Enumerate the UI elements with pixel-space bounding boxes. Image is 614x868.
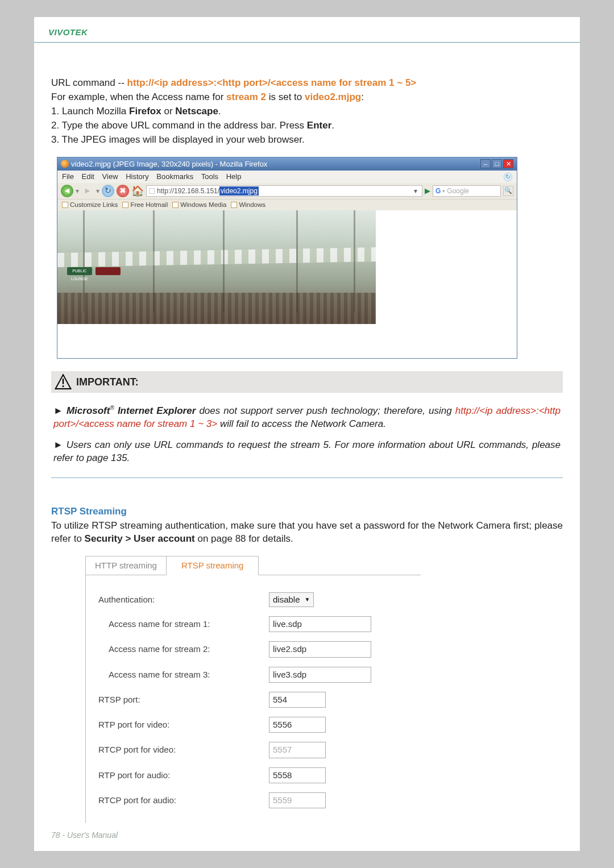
label-rtp-video: RTP port for video: <box>98 719 269 730</box>
bookmark-free-hotmail[interactable]: Free Hotmail <box>122 201 168 210</box>
n1-ms: Microsoft <box>67 405 110 416</box>
s1-b1: Firefox <box>129 106 161 117</box>
reload-button[interactable]: ↻ <box>102 185 114 197</box>
page-footer: 78 - User's Manual <box>51 830 118 840</box>
s2-pre: 2. Type the above URL command in the add… <box>51 120 307 131</box>
url-command-line: URL command -- http://<ip address>:<http… <box>51 77 563 90</box>
nav-toolbar: ◄ ▾ ► ▾ ↻ ✖ 🏠 http://192.168.5.151/video… <box>57 183 517 199</box>
label-rtcp-audio: RTCP port for audio: <box>98 795 269 806</box>
rtsp-desc-bold: Security > User account <box>85 533 195 544</box>
input-access-stream-3[interactable]: live3.sdp <box>269 667 371 683</box>
google-icon: G <box>435 186 441 196</box>
rtsp-desc-post: on page 88 for details. <box>195 533 293 544</box>
window-title: video2.mjpg (JPEG Image, 320x240 pixels)… <box>71 159 267 169</box>
back-button[interactable]: ◄ <box>61 185 73 197</box>
label-access-stream-3: Access name for stream 3: <box>98 669 269 680</box>
url-prefix: URL command -- <box>51 77 127 88</box>
input-rtsp-port[interactable]: 554 <box>269 692 326 708</box>
maximize-button[interactable]: □ <box>492 159 502 168</box>
s1-b2: Netscape <box>175 106 218 117</box>
bm-label-1: Free Hotmail <box>130 201 168 210</box>
firefox-window: video2.mjpg (JPEG Image, 320x240 pixels)… <box>57 157 517 359</box>
bm-label-0: Customize Links <box>70 201 118 210</box>
forward-dropdown[interactable]: ▾ <box>96 186 99 196</box>
warning-icon <box>55 373 72 391</box>
forward-button[interactable]: ► <box>81 185 94 197</box>
menu-help[interactable]: Help <box>226 172 242 181</box>
page-content: URL command -- http://<ip address>:<http… <box>34 43 580 840</box>
bookmarks-toolbar: Customize Links Free Hotmail Windows Med… <box>57 199 517 211</box>
label-rtp-audio: RTP port for audio: <box>98 770 269 781</box>
label-rtcp-video: RTCP port for video: <box>98 744 269 755</box>
menu-tools[interactable]: Tools <box>201 172 218 181</box>
s2-b: Enter <box>307 120 331 131</box>
window-titlebar[interactable]: video2.mjpg (JPEG Image, 320x240 pixels)… <box>57 157 517 171</box>
ex-mid: is set to <box>266 92 305 102</box>
menu-view[interactable]: View <box>102 172 118 181</box>
menu-bar: File Edit View History Bookmarks Tools H… <box>57 171 517 183</box>
step-3: 3. The JPEG images will be displayed in … <box>51 134 563 147</box>
s1-pre: 1. Launch Mozilla <box>51 106 129 117</box>
sign-label-2 <box>96 267 121 275</box>
n1-reg: ® <box>110 405 114 411</box>
home-button[interactable]: 🏠 <box>131 185 144 197</box>
ex-pre: For example, when the Access name for <box>51 92 226 102</box>
search-go-icon[interactable]: 🔍 <box>503 186 513 196</box>
bookmark-icon <box>62 202 68 208</box>
s1-or: or <box>161 106 176 117</box>
n1-post: will fail to access the Network Camera. <box>217 418 386 429</box>
input-access-stream-1[interactable]: live.sdp <box>269 616 371 632</box>
page-favicon-icon <box>149 188 155 194</box>
select-authentication[interactable]: disable ▼ <box>269 592 314 607</box>
example-line: For example, when the Access name for st… <box>51 91 563 104</box>
brand-label: VIVOTEK <box>48 27 88 37</box>
bm-label-3: Windows <box>239 201 265 210</box>
back-dropdown[interactable]: ▾ <box>76 186 79 196</box>
url-pattern: http://<ip address>:<http port>/<access … <box>127 77 417 88</box>
s2-post: . <box>331 120 334 131</box>
menu-edit[interactable]: Edit <box>82 172 94 181</box>
important-header: IMPORTANT: <box>51 371 563 393</box>
bookmark-windows-media[interactable]: Windows Media <box>172 201 226 210</box>
chevron-down-icon: ▼ <box>305 596 310 604</box>
input-rtcp-audio[interactable]: 5559 <box>269 792 326 808</box>
close-button[interactable]: ✕ <box>503 159 513 168</box>
go-button[interactable]: ▶ <box>425 186 430 196</box>
label-rtsp-port: RTSP port: <box>98 694 269 705</box>
n1-mid: does not support server push technology;… <box>196 405 455 416</box>
activity-indicator-icon: ↻ <box>504 173 512 181</box>
bm-label-2: Windows Media <box>180 201 226 210</box>
n1-arrow: ► <box>53 405 67 416</box>
menu-history[interactable]: History <box>126 172 148 181</box>
input-rtcp-video[interactable]: 5557 <box>269 742 326 758</box>
sign-label-1: PUBLIC LOUNGE <box>67 267 92 275</box>
ex-name: video2.mjpg <box>305 92 361 102</box>
input-rtp-audio[interactable]: 5558 <box>269 767 326 783</box>
bookmark-icon <box>172 202 179 208</box>
s1-post: . <box>218 106 221 117</box>
tab-panel-body: Authentication: disable ▼ Access name fo… <box>85 575 421 823</box>
bookmark-windows[interactable]: Windows <box>231 201 265 210</box>
input-access-stream-2[interactable]: live2.sdp <box>269 641 371 657</box>
important-body: ► Microsoft® Internet Explorer does not … <box>51 393 563 477</box>
minimize-button[interactable]: – <box>480 159 491 168</box>
bookmark-customize-links[interactable]: Customize Links <box>62 201 118 210</box>
address-bar[interactable]: http://192.168.5.151/video2.mjpg ▾ <box>146 185 422 197</box>
rtsp-description: To utilize RTSP streaming authentication… <box>51 520 563 546</box>
menu-bookmarks[interactable]: Bookmarks <box>156 172 193 181</box>
address-prefix: http://192.168.5.151/ <box>157 186 219 196</box>
page-header: VIVOTEK <box>34 17 580 43</box>
tab-http-streaming[interactable]: HTTP streaming <box>85 556 166 575</box>
menu-file[interactable]: File <box>62 172 74 181</box>
input-rtp-video[interactable]: 5556 <box>269 717 326 733</box>
firefox-icon <box>61 160 69 168</box>
step-1: 1. Launch Mozilla Firefox or Netscape. <box>51 105 563 118</box>
important-note-1: ► Microsoft® Internet Explorer does not … <box>53 404 561 431</box>
n1-ie: Internet Explorer <box>114 405 196 416</box>
address-dropdown-icon[interactable]: ▾ <box>412 186 420 196</box>
step-2: 2. Type the above URL command in the add… <box>51 119 563 132</box>
label-access-stream-2: Access name for stream 2: <box>98 643 269 655</box>
tab-rtsp-streaming[interactable]: RTSP streaming <box>166 556 259 575</box>
search-box[interactable]: G▾ Google <box>433 185 501 197</box>
stop-button[interactable]: ✖ <box>117 185 129 197</box>
